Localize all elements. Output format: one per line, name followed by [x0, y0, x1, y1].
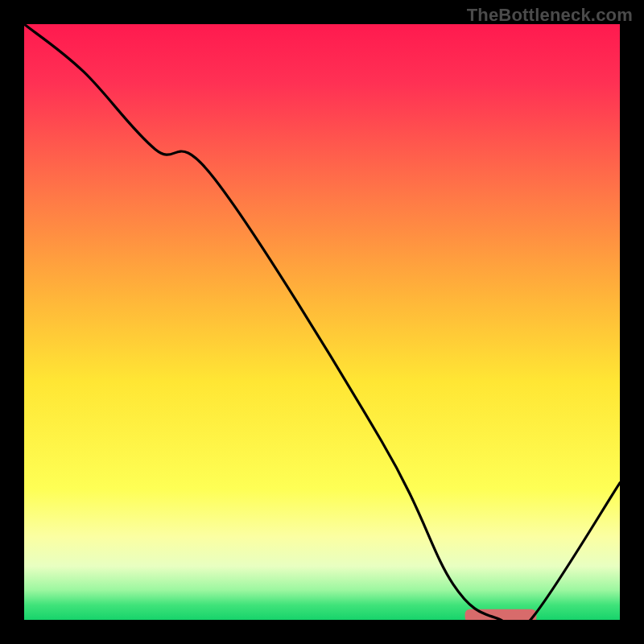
watermark-text: TheBottleneck.com — [467, 5, 633, 26]
chart-frame: TheBottleneck.com — [0, 0, 644, 644]
gradient-background — [24, 24, 620, 620]
plot-area — [24, 24, 620, 620]
bottleneck-chart — [24, 24, 620, 620]
optimal-zone-marker — [465, 609, 537, 620]
